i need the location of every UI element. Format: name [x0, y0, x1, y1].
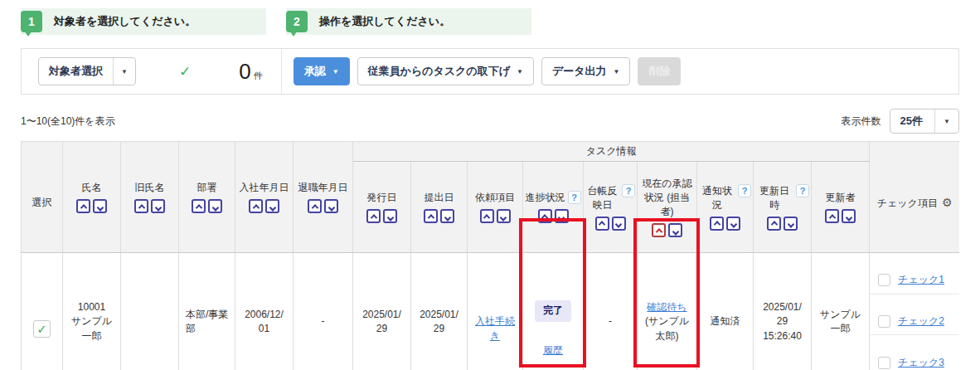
col-label-submit-date: 提出日	[425, 191, 454, 205]
gear-icon[interactable]: ⚙	[942, 196, 953, 209]
row-checkbox-checked[interactable]: ✓	[33, 320, 51, 338]
approve-button[interactable]: 承認 ▼	[294, 57, 350, 85]
sort-asc-button[interactable]	[825, 209, 839, 223]
sort-desc-button[interactable]	[784, 217, 798, 231]
retirement-date-cell: -	[294, 253, 353, 370]
check-item-checkbox[interactable]	[878, 274, 890, 286]
col-header-retirement-date: 退職年月日	[294, 142, 353, 253]
sort-asc-button[interactable]	[480, 209, 494, 223]
col-header-hire-date: 入社年月日	[235, 142, 294, 253]
sort-asc-button[interactable]	[134, 199, 148, 213]
ledger-date-cell: -	[584, 253, 638, 370]
col-header-select: 選択	[22, 142, 63, 253]
updater-cell: サンプル 一郎	[812, 253, 870, 370]
per-page-control: 表示件数 25件 ▼	[842, 109, 959, 134]
help-icon[interactable]: ?	[622, 184, 635, 197]
target-select-caret-box[interactable]: ▼	[113, 58, 135, 85]
check-item-link[interactable]: チェック2	[898, 314, 944, 329]
check-item-link[interactable]: チェック3	[898, 356, 944, 370]
sort-asc-button[interactable]	[76, 199, 90, 213]
request-item-link[interactable]: 入社手続 き	[475, 315, 515, 341]
per-page-caret-box[interactable]: ▼	[934, 110, 958, 133]
sort-desc-button[interactable]	[842, 209, 856, 223]
check-item-checkbox[interactable]	[878, 357, 890, 369]
sort-asc-button[interactable]	[424, 209, 438, 223]
progress-status-badge: 完了	[535, 300, 571, 321]
sort-desc-button[interactable]	[440, 209, 454, 223]
data-export-button[interactable]: データ出力 ▼	[541, 57, 631, 85]
toolbar-divider	[281, 49, 282, 94]
chevron-down-icon: ▼	[614, 68, 620, 75]
approve-label: 承認	[304, 64, 326, 79]
col-label-request-item: 依頼項目	[475, 191, 515, 205]
sort-asc-button[interactable]	[710, 217, 724, 231]
target-select-label: 対象者選択	[39, 64, 113, 79]
list-meta: 1〜10(全10)件を表示 表示件数 25件 ▼	[21, 108, 959, 134]
col-label-check-items: チェック項目	[877, 197, 938, 209]
sort-asc-button[interactable]	[366, 209, 381, 223]
sort-desc-button[interactable]	[324, 199, 338, 213]
department-cell: 本部/事業 部	[179, 253, 235, 370]
col-header-name: 氏名	[63, 142, 121, 253]
check-item: チェック3	[870, 350, 959, 370]
sort-desc-button[interactable]	[265, 199, 279, 213]
help-icon[interactable]: ?	[796, 184, 809, 197]
selected-count: 0 件	[239, 59, 262, 85]
check-item: チェック1	[870, 267, 959, 294]
col-label-hire-date: 入社年月日	[240, 181, 289, 195]
selection-check-icon: ✓	[179, 63, 191, 80]
group-header-row: 選択 氏名 旧氏名 部署 入社年月日 退職年月日	[22, 142, 960, 162]
withdraw-task-button[interactable]: 従業員からのタスクの取下げ ▼	[357, 57, 534, 85]
sort-asc-button[interactable]	[192, 199, 206, 213]
sort-desc-button[interactable]	[93, 199, 107, 213]
progress-status-cell: 完了 履歴	[523, 253, 584, 370]
sort-desc-button[interactable]	[151, 199, 165, 213]
help-icon[interactable]: ?	[738, 184, 751, 197]
task-table-wrapper: 選択 氏名 旧氏名 部署 入社年月日 退職年月日	[21, 141, 959, 370]
chevron-down-icon: ▼	[332, 68, 339, 75]
data-export-label: データ出力	[552, 64, 607, 79]
sort-asc-button[interactable]	[308, 199, 322, 213]
col-label-progress-status: 進捗状況	[526, 191, 565, 205]
per-page-label: 表示件数	[842, 114, 881, 129]
history-link[interactable]: 履歴	[543, 344, 563, 356]
issue-date-cell: 2025/01/ 29	[353, 253, 411, 370]
sort-asc-button[interactable]	[767, 217, 781, 231]
withdraw-task-label: 従業員からのタスクの取下げ	[368, 64, 510, 79]
sort-asc-button-active[interactable]	[652, 223, 666, 237]
check-items-cell: チェック1 チェック2 チェック3	[870, 253, 959, 370]
sort-desc-button[interactable]	[726, 217, 740, 231]
approval-status-cell: 確認待ち (サンプル 太郎)	[638, 253, 697, 370]
sort-asc-button[interactable]	[538, 209, 552, 223]
check-item: チェック2	[870, 309, 959, 335]
col-header-check-items: チェック項目⚙	[870, 142, 959, 253]
check-item-link[interactable]: チェック1	[898, 273, 944, 287]
step-2-label: 操作を選択してください。	[319, 14, 450, 29]
sort-desc-button[interactable]	[497, 209, 511, 223]
col-header-request-item: 依頼項目	[468, 162, 523, 253]
sort-asc-button[interactable]	[249, 199, 263, 213]
target-select-dropdown[interactable]: 対象者選択 ▼	[38, 57, 136, 85]
col-label-issue-date: 発行日	[367, 191, 397, 205]
sort-asc-button[interactable]	[595, 217, 609, 231]
col-label-retirement-date: 退職年月日	[298, 181, 348, 195]
per-page-dropdown[interactable]: 25件 ▼	[890, 109, 959, 134]
step-1-number-badge: 1	[21, 11, 42, 32]
submit-date-cell: 2025/01/ 29	[411, 253, 468, 370]
row-select-cell: ✓	[22, 253, 63, 370]
selected-count-number: 0	[239, 59, 250, 85]
sort-desc-button[interactable]	[612, 217, 626, 231]
sort-desc-button[interactable]	[555, 209, 569, 223]
col-header-notification-status: 通知状況?	[697, 162, 754, 253]
help-icon[interactable]: ?	[568, 191, 581, 204]
sort-desc-button[interactable]	[668, 223, 682, 237]
col-header-issue-date: 発行日	[353, 162, 411, 253]
step-1-label: 対象者を選択してください。	[54, 14, 196, 29]
check-item-checkbox[interactable]	[878, 315, 890, 328]
name-cell: 10001 サンプル 一郎	[63, 253, 121, 370]
col-label-approval-status: 現在の承認状況 (担当者)	[639, 177, 695, 219]
sort-desc-button[interactable]	[383, 209, 397, 223]
sort-desc-button[interactable]	[208, 199, 222, 213]
old-name-cell	[121, 253, 179, 370]
approval-status-link[interactable]: 確認待ち	[647, 301, 686, 313]
